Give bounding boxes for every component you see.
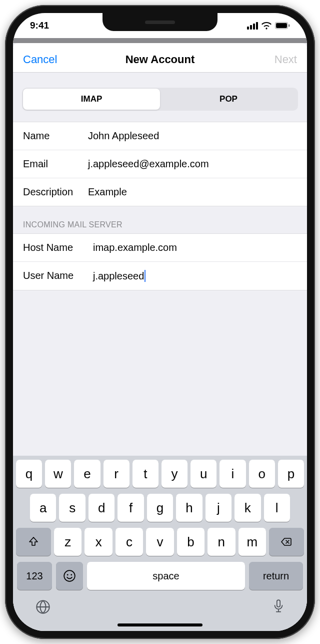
name-label: Name <box>23 130 88 142</box>
wifi-icon <box>262 22 272 30</box>
form-content: IMAP POP Name John Appleseed Email j.app… <box>13 73 307 456</box>
status-icons <box>247 22 290 30</box>
account-info-group: Name John Appleseed Email j.appleseed@ex… <box>13 122 307 206</box>
svg-point-4 <box>67 574 68 575</box>
backspace-key[interactable] <box>269 528 304 556</box>
key-u[interactable]: u <box>190 460 216 488</box>
iphone-device-frame: 9:41 Cancel New Account Next <box>5 5 315 639</box>
svg-rect-1 <box>276 23 287 28</box>
key-v[interactable]: v <box>146 528 174 556</box>
protocol-segmented-control[interactable]: IMAP POP <box>22 88 298 111</box>
email-row[interactable]: Email j.appleseed@example.com <box>13 150 307 178</box>
key-n[interactable]: n <box>208 528 235 556</box>
screen: 9:41 Cancel New Account Next <box>13 13 307 631</box>
return-key[interactable]: return <box>249 562 303 590</box>
segment-pop[interactable]: POP <box>160 89 297 110</box>
key-d[interactable]: d <box>88 494 114 522</box>
key-j[interactable]: j <box>206 494 232 522</box>
key-x[interactable]: x <box>84 528 112 556</box>
key-o[interactable]: o <box>249 460 275 488</box>
email-field[interactable]: j.appleseed@example.com <box>88 158 297 170</box>
key-e[interactable]: e <box>74 460 100 488</box>
name-field[interactable]: John Appleseed <box>88 130 297 142</box>
keyboard-row-3: zxcvbnm <box>15 528 305 556</box>
key-c[interactable]: c <box>116 528 143 556</box>
description-label: Description <box>23 186 88 198</box>
status-time: 9:41 <box>30 20 49 31</box>
key-w[interactable]: w <box>45 460 71 488</box>
svg-point-5 <box>70 574 72 575</box>
space-key[interactable]: space <box>87 562 245 590</box>
numbers-key[interactable]: 123 <box>17 562 52 590</box>
key-m[interactable]: m <box>238 528 266 556</box>
next-button[interactable]: Next <box>274 53 297 66</box>
username-label: User Name <box>23 270 93 282</box>
username-field[interactable]: j.appleseed <box>93 270 297 282</box>
svg-rect-2 <box>288 25 290 27</box>
shift-key[interactable] <box>16 528 51 556</box>
key-g[interactable]: g <box>147 494 173 522</box>
segment-imap[interactable]: IMAP <box>23 89 160 110</box>
modal-sheet: Cancel New Account Next IMAP POP Name Jo… <box>13 43 307 631</box>
battery-icon <box>275 22 290 29</box>
key-i[interactable]: i <box>220 460 246 488</box>
globe-icon[interactable] <box>35 599 51 617</box>
description-field[interactable]: Example <box>88 186 297 198</box>
hostname-label: Host Name <box>23 242 93 253</box>
svg-rect-7 <box>277 600 280 607</box>
key-b[interactable]: b <box>177 528 204 556</box>
notch <box>102 13 218 31</box>
key-s[interactable]: s <box>59 494 85 522</box>
keyboard-row-1: qwertyuiop <box>15 460 305 488</box>
key-t[interactable]: t <box>132 460 158 488</box>
key-z[interactable]: z <box>54 528 82 556</box>
hostname-row[interactable]: Host Name imap.example.com <box>13 234 307 262</box>
key-q[interactable]: q <box>16 460 42 488</box>
key-l[interactable]: l <box>264 494 290 522</box>
name-row[interactable]: Name John Appleseed <box>13 122 307 150</box>
hostname-field[interactable]: imap.example.com <box>93 242 297 253</box>
keyboard: qwertyuiop asdfghjkl zxcvbnm 123 <box>13 456 307 631</box>
keyboard-row-util: 123 space return <box>15 562 305 590</box>
sheet-backdrop <box>13 38 307 43</box>
svg-point-3 <box>64 570 75 581</box>
username-value: j.appleseed <box>93 270 144 282</box>
cellular-signal-icon <box>247 22 258 30</box>
description-row[interactable]: Description Example <box>13 178 307 206</box>
incoming-server-header: INCOMING MAIL SERVER <box>13 206 307 233</box>
cancel-button[interactable]: Cancel <box>23 53 57 66</box>
key-r[interactable]: r <box>104 460 130 488</box>
protocol-segmented-wrap: IMAP POP <box>13 73 307 122</box>
key-h[interactable]: h <box>176 494 202 522</box>
nav-bar: Cancel New Account Next <box>13 43 307 73</box>
home-indicator[interactable] <box>118 623 202 626</box>
key-f[interactable]: f <box>118 494 144 522</box>
incoming-server-group: Host Name imap.example.com User Name j.a… <box>13 233 307 290</box>
username-row[interactable]: User Name j.appleseed <box>13 262 307 290</box>
emoji-key[interactable] <box>56 562 83 590</box>
key-k[interactable]: k <box>234 494 260 522</box>
email-label: Email <box>23 158 88 170</box>
key-p[interactable]: p <box>278 460 304 488</box>
key-a[interactable]: a <box>30 494 56 522</box>
text-cursor <box>144 270 146 282</box>
keyboard-row-2: asdfghjkl <box>15 494 305 522</box>
key-y[interactable]: y <box>162 460 188 488</box>
dictation-icon[interactable] <box>272 599 285 617</box>
